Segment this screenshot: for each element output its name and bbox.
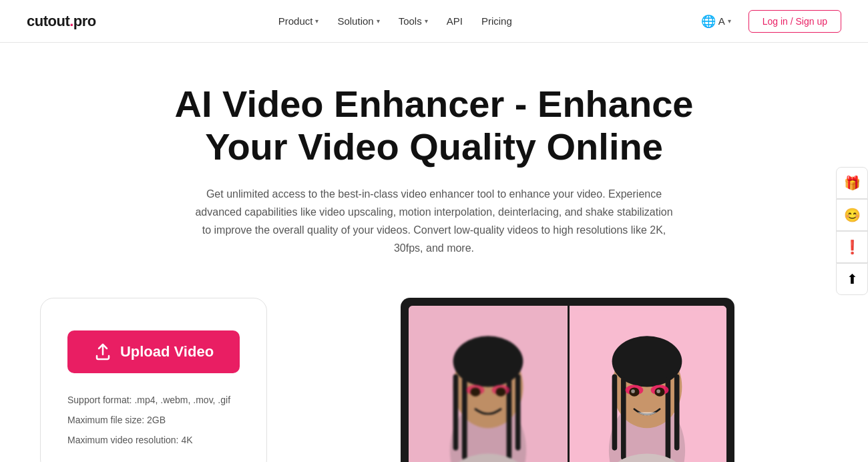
- svg-rect-19: [674, 374, 680, 450]
- nav-links: Product ▾ Solution ▾ Tools ▾ API Pricing: [272, 11, 519, 31]
- navbar: cutout.pro Product ▾ Solution ▾ Tools ▾ …: [0, 0, 868, 43]
- before-image: [409, 306, 568, 462]
- nav-right: 🌐 A ▾ Log in / Sign up: [694, 10, 841, 33]
- language-selector[interactable]: 🌐 A ▾: [694, 10, 738, 33]
- arrow-up-icon: ⬆: [847, 271, 858, 287]
- after-image: [568, 306, 726, 462]
- face-icon: 😊: [844, 207, 861, 223]
- svg-rect-18: [621, 377, 626, 460]
- side-float-panel: 🎁 😊 ❗ ⬆: [836, 167, 868, 295]
- monitor-display: [401, 298, 734, 462]
- svg-rect-17: [612, 374, 618, 450]
- alert-button[interactable]: ❗: [836, 231, 868, 263]
- gift-button[interactable]: 🎁: [836, 167, 868, 199]
- nav-link-pricing[interactable]: Pricing: [475, 11, 519, 31]
- svg-rect-5: [462, 377, 467, 460]
- nav-item-solution[interactable]: Solution ▾: [331, 11, 386, 31]
- svg-point-10: [470, 387, 480, 396]
- nav-link-solution[interactable]: Solution ▾: [331, 11, 386, 31]
- upload-video-button[interactable]: Upload Video: [67, 330, 240, 373]
- monitor-wrapper: [307, 298, 828, 462]
- svg-rect-6: [515, 374, 521, 450]
- monitor-screen: [409, 306, 726, 462]
- nav-link-product[interactable]: Product ▾: [272, 11, 326, 31]
- resolution-info: Maximum video resolution: 4K: [67, 435, 240, 445]
- before-after-divider: [568, 306, 570, 462]
- gift-icon: 🎁: [844, 175, 861, 191]
- upload-card: Upload Video Support format: .mp4, .webm…: [40, 298, 267, 462]
- avatar-button[interactable]: 😊: [836, 199, 868, 231]
- chevron-down-icon: ▾: [728, 17, 731, 25]
- translate-icon: 🌐: [701, 14, 716, 29]
- monitor-frame: [401, 298, 734, 462]
- size-info: Maximum file size: 2GB: [67, 415, 240, 425]
- chevron-down-icon: ▾: [425, 17, 428, 25]
- logo-pro: pro: [73, 13, 96, 29]
- nav-item-tools[interactable]: Tools ▾: [392, 11, 435, 31]
- svg-point-11: [495, 387, 505, 396]
- nav-item-pricing[interactable]: Pricing: [475, 11, 519, 31]
- lang-label: A: [718, 15, 725, 27]
- nav-item-api[interactable]: API: [440, 11, 469, 31]
- logo-text: cutout: [27, 13, 69, 29]
- hero-title: AI Video Enhancer - Enhance Your Video Q…: [160, 83, 708, 169]
- svg-point-26: [656, 389, 660, 393]
- nav-link-tools[interactable]: Tools ▾: [392, 11, 435, 31]
- logo[interactable]: cutout.pro: [27, 13, 96, 30]
- svg-point-25: [631, 389, 635, 393]
- upload-icon: [93, 342, 112, 361]
- login-signup-button[interactable]: Log in / Sign up: [748, 10, 841, 33]
- chevron-down-icon: ▾: [315, 17, 318, 25]
- nav-item-product[interactable]: Product ▾: [272, 11, 326, 31]
- scroll-top-button[interactable]: ⬆: [836, 263, 868, 295]
- hero-section: AI Video Enhancer - Enhance Your Video Q…: [134, 43, 734, 298]
- svg-rect-4: [453, 374, 459, 450]
- hero-description: Get unlimited access to the best-in-clas…: [194, 185, 674, 258]
- upload-button-label: Upload Video: [120, 343, 214, 361]
- chevron-down-icon: ▾: [377, 17, 380, 25]
- upload-info: Support format: .mp4, .webm, .mov, .gif …: [67, 395, 240, 445]
- main-content: Upload Video Support format: .mp4, .webm…: [0, 298, 868, 462]
- nav-link-api[interactable]: API: [440, 11, 469, 31]
- alert-icon: ❗: [844, 239, 861, 255]
- format-info: Support format: .mp4, .webm, .mov, .gif: [67, 395, 240, 405]
